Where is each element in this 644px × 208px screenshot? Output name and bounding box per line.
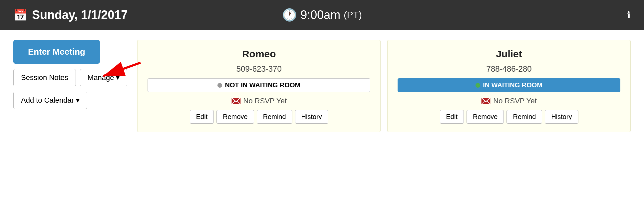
participants-section: Romeo 509-623-370 NOT IN WAITING ROOM No… (137, 40, 631, 132)
waiting-room-dot (217, 83, 222, 88)
calendar-icon: 📅 (13, 8, 27, 22)
envelope-icon (481, 98, 490, 104)
history-button-romeo[interactable]: History (295, 110, 328, 124)
remind-button-juliet[interactable]: Remind (506, 110, 542, 124)
header-time: 9:00am (300, 8, 340, 22)
remove-button-juliet[interactable]: Remove (467, 110, 504, 124)
participant-name: Romeo (242, 48, 276, 60)
enter-meeting-button[interactable]: Enter Meeting (13, 40, 100, 64)
envelope-icon (231, 98, 241, 104)
header-timezone: (PT) (344, 10, 362, 20)
svg-line-1 (103, 63, 141, 76)
participant-phone: 788-486-280 (486, 64, 532, 74)
participant-card-romeo: Romeo 509-623-370 NOT IN WAITING ROOM No… (137, 40, 381, 132)
arrow-annotation (90, 60, 143, 87)
header-date-section: 📅 Sunday, 1/1/2017 (13, 8, 128, 22)
left-panel: Enter Meeting Session Notes Manage ▾ Add… (13, 40, 127, 109)
remind-button-romeo[interactable]: Remind (257, 110, 292, 124)
session-notes-button[interactable]: Session Notes (13, 69, 76, 86)
waiting-room-status: NOT IN WAITING ROOM (225, 81, 300, 89)
clock-icon: 🕐 (282, 8, 297, 22)
waiting-room-badge-romeo: NOT IN WAITING ROOM (148, 78, 370, 92)
participant-card-juliet: Juliet 788-486-280 IN WAITING ROOM No RS… (387, 40, 631, 132)
history-button-juliet[interactable]: History (545, 110, 578, 124)
participant-name: Juliet (496, 48, 522, 60)
action-buttons-juliet: Edit Remove Remind History (440, 110, 578, 124)
main-content: Enter Meeting Session Notes Manage ▾ Add… (0, 30, 644, 142)
info-icon[interactable]: ℹ (627, 10, 631, 21)
header-date: Sunday, 1/1/2017 (32, 8, 128, 22)
participant-phone: 509-623-370 (236, 64, 282, 74)
edit-button-romeo[interactable]: Edit (190, 110, 214, 124)
action-buttons-romeo: Edit Remove Remind History (190, 110, 328, 124)
waiting-room-dot-green (476, 83, 480, 88)
waiting-room-badge-juliet: IN WAITING ROOM (398, 78, 620, 92)
remove-button-romeo[interactable]: Remove (216, 110, 254, 124)
rsvp-status-romeo: No RSVP Yet (231, 97, 287, 105)
page-header: 📅 Sunday, 1/1/2017 🕐 9:00am (PT) ℹ (0, 0, 644, 30)
waiting-room-status: IN WAITING ROOM (483, 81, 542, 89)
add-to-calendar-dropdown-icon: ▾ (76, 96, 80, 105)
edit-button-juliet[interactable]: Edit (440, 110, 464, 124)
add-to-calendar-button[interactable]: Add to Calendar ▾ (13, 92, 87, 109)
header-time-section: 🕐 9:00am (PT) (282, 8, 362, 22)
rsvp-status-juliet: No RSVP Yet (481, 97, 536, 105)
